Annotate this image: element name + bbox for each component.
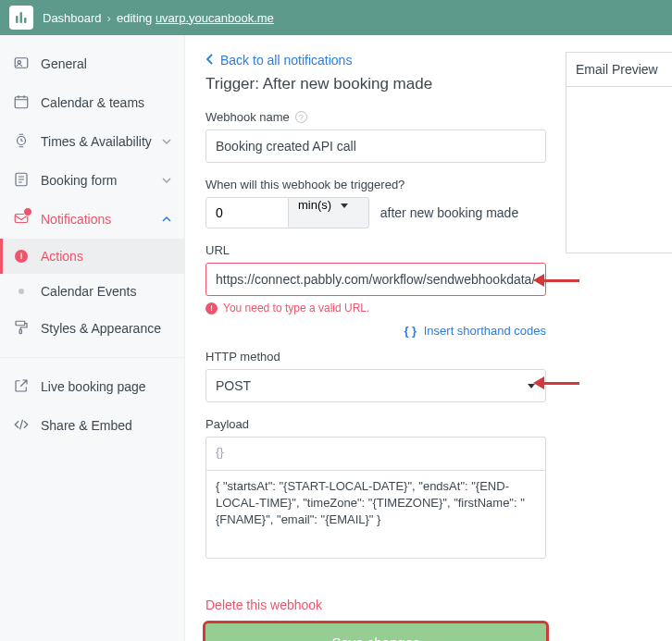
back-link-label: Back to all notifications [220, 53, 352, 68]
email-preview-title: Email Preview [566, 53, 672, 87]
sidebar-label: Times & Availability [41, 134, 152, 149]
delete-webhook-link[interactable]: Delete this webhook [205, 598, 322, 612]
sidebar-item-general[interactable]: General [0, 44, 184, 83]
svg-rect-0 [16, 16, 19, 23]
save-button[interactable]: Save changes [205, 623, 546, 641]
webhook-name-input[interactable] [205, 129, 546, 163]
sidebar-label: Booking form [41, 173, 117, 188]
app-logo[interactable] [9, 6, 33, 30]
code-icon [13, 416, 30, 436]
breadcrumb-editing-prefix: editing [117, 11, 152, 25]
sidebar-item-live-page[interactable]: Live booking page [0, 367, 184, 406]
sidebar-label: Actions [41, 249, 83, 264]
sidebar-label: Live booking page [41, 379, 146, 394]
caret-down-icon [341, 203, 348, 208]
sidebar-label: Calendar & teams [41, 95, 144, 110]
sidebar-sub-calendar-events[interactable]: Calendar Events [0, 274, 184, 309]
timing-unit-label: min(s) [298, 198, 331, 212]
sidebar-item-styles[interactable]: Styles & Appearance [0, 309, 184, 348]
watch-icon [13, 132, 30, 152]
app-header: Dashboard › editing uvarp.youcanbook.me [0, 0, 672, 35]
svg-rect-1 [20, 12, 23, 23]
timing-unit-select[interactable]: min(s) [289, 197, 369, 228]
sidebar-label: Notifications [41, 212, 111, 227]
braces-icon: { } [404, 324, 417, 338]
payload-label: Payload [205, 417, 546, 431]
sidebar-item-booking-form[interactable]: Booking form [0, 161, 184, 200]
sidebar-item-times[interactable]: Times & Availability [0, 122, 184, 161]
calendar-icon [13, 93, 30, 113]
method-label: HTTP method [205, 350, 546, 364]
insert-shorthand-link[interactable]: { } Insert shorthand codes [404, 324, 546, 338]
url-label: URL [205, 243, 546, 257]
sidebar-sub-actions[interactable]: Actions [0, 239, 184, 274]
alert-dot-icon [15, 250, 28, 263]
timing-label: When will this webhook be triggered? [205, 178, 546, 191]
error-icon: ! [205, 302, 218, 314]
sidebar-label: Share & Embed [41, 418, 132, 433]
timing-after-text: after new booking made [380, 205, 518, 220]
paint-roller-icon [13, 319, 30, 339]
payload-toolbar: {} [205, 437, 546, 470]
svg-rect-10 [19, 329, 21, 334]
breadcrumb-sep: › [107, 11, 111, 25]
help-icon[interactable]: ? [295, 111, 307, 123]
chevron-up-icon [162, 212, 171, 227]
email-preview-panel: Email Preview [566, 52, 672, 253]
sidebar-item-calendar-teams[interactable]: Calendar & teams [0, 83, 184, 122]
back-link[interactable]: Back to all notifications [205, 53, 352, 68]
sidebar-item-share-embed[interactable]: Share & Embed [0, 406, 184, 445]
method-select[interactable] [205, 369, 546, 402]
sidebar-label: General [41, 56, 87, 71]
sidebar-label: Calendar Events [41, 284, 137, 299]
timing-value-input[interactable] [205, 197, 289, 228]
shorthand-link-label: Insert shorthand codes [424, 324, 546, 338]
sidebar-item-notifications[interactable]: Notifications [0, 200, 184, 239]
payload-textarea[interactable] [205, 470, 546, 559]
alert-badge-icon [23, 207, 32, 216]
form-icon [13, 171, 30, 191]
svg-rect-9 [16, 321, 25, 326]
breadcrumb-page-link[interactable]: uvarp.youcanbook.me [156, 11, 274, 25]
svg-rect-5 [15, 96, 28, 107]
annotation-arrow [533, 376, 579, 389]
svg-rect-2 [24, 18, 27, 23]
external-link-icon [13, 377, 30, 397]
webhook-name-label: Webhook name ? [205, 110, 546, 124]
breadcrumb-dashboard[interactable]: Dashboard [43, 11, 102, 25]
url-error-message: ! You need to type a valid URL. [205, 302, 546, 314]
chevron-left-icon [205, 53, 215, 68]
chevron-down-icon [162, 134, 171, 149]
sidebar: General Calendar & teams Times & Availab… [0, 35, 185, 641]
url-input[interactable] [205, 263, 546, 296]
chevron-down-icon [162, 173, 171, 188]
annotation-arrow [533, 274, 579, 287]
sidebar-label: Styles & Appearance [41, 321, 161, 336]
svg-point-4 [18, 60, 20, 63]
user-card-icon [13, 55, 30, 74]
main-content: Back to all notifications Trigger: After… [185, 35, 672, 641]
bullet-icon [19, 289, 24, 294]
